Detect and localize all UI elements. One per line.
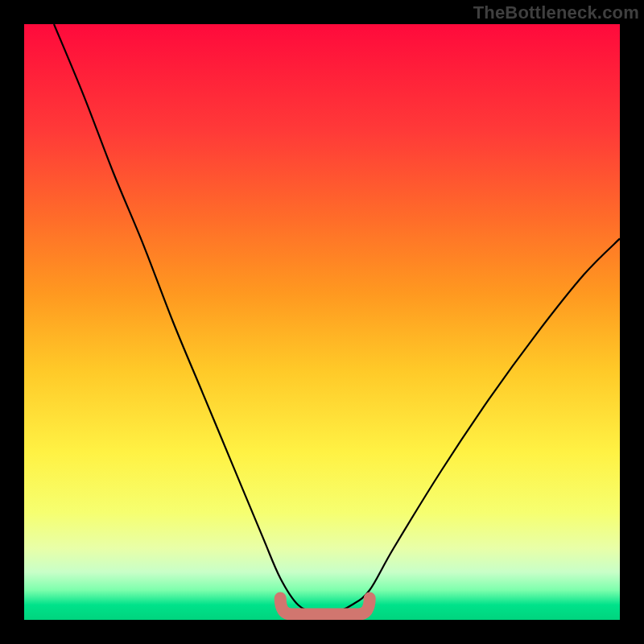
plot-area xyxy=(24,24,620,620)
chart-frame: TheBottleneck.com xyxy=(0,0,644,644)
watermark-text: TheBottleneck.com xyxy=(473,2,639,23)
curve-svg xyxy=(24,24,620,620)
bottleneck-curve xyxy=(54,24,620,613)
